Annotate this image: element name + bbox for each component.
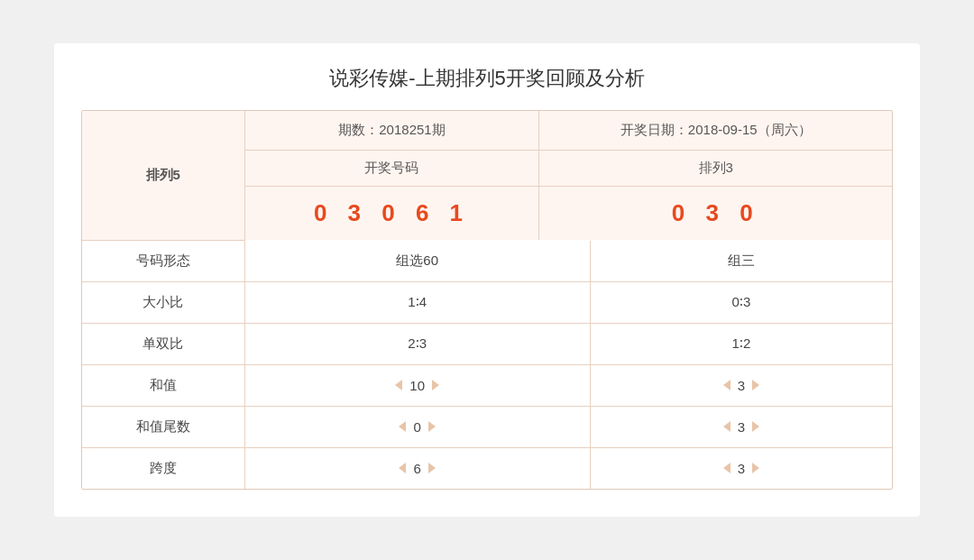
pl5-value: 组选60 — [244, 241, 590, 282]
triangle-right-icon — [428, 421, 436, 432]
row-label: 大小比 — [82, 281, 244, 323]
pl3-value: 3 — [590, 447, 892, 489]
row-label: 单双比 — [82, 323, 244, 364]
pl5-value: 6 — [244, 447, 590, 489]
data-table: 号码形态组选60组三大小比1∶40∶3单双比2∶31∶2和值103和值尾数03跨… — [82, 241, 892, 489]
pl3-value: 组三 — [590, 241, 892, 282]
main-title: 说彩传媒-上期排列5开奖回顾及分析 — [81, 65, 893, 92]
pl5-value: 2∶3 — [244, 323, 590, 364]
pl3-value: 0∶3 — [590, 281, 892, 323]
pl3-numbers: 0 3 0 — [672, 199, 760, 226]
pl5-numbers-cell: 0 3 0 6 1 — [244, 187, 539, 241]
table-row: 单双比2∶31∶2 — [82, 323, 892, 364]
table-row: 和值103 — [82, 364, 892, 406]
pl5-value: 10 — [244, 364, 590, 406]
pl3-numbers-cell: 0 3 0 — [539, 187, 892, 241]
pl5-code-header: 开奖号码 — [244, 151, 539, 187]
triangle-right-icon — [752, 380, 759, 390]
table-row: 和值尾数03 — [82, 406, 892, 447]
pl5-numbers: 0 3 0 6 1 — [314, 199, 470, 226]
date-cell: 开奖日期：2018-09-15（周六） — [539, 111, 892, 151]
main-table: 排列5 期数：2018251期 开奖日期：2018-09-15（周六） 开奖号码… — [82, 111, 892, 241]
triangle-right-icon — [432, 380, 439, 390]
triangle-right-icon — [752, 421, 759, 432]
triangle-left-icon — [723, 463, 730, 473]
triangle-left-icon — [399, 463, 406, 473]
row-label: 和值尾数 — [82, 406, 244, 447]
row-label: 号码形态 — [82, 241, 244, 282]
triangle-left-icon — [399, 421, 406, 432]
table-row: 号码形态组选60组三 — [82, 241, 892, 282]
table-row: 大小比1∶40∶3 — [82, 281, 892, 323]
table-row: 跨度63 — [82, 447, 892, 489]
row-label: 跨度 — [82, 447, 244, 489]
pl3-value: 3 — [590, 406, 892, 447]
pl3-code-header: 排列3 — [539, 151, 892, 187]
pl3-value: 1∶2 — [590, 323, 892, 364]
period-cell: 期数：2018251期 — [244, 111, 539, 151]
pl5-value: 0 — [244, 406, 590, 447]
triangle-left-icon — [723, 380, 730, 390]
table-wrap: 排列5 期数：2018251期 开奖日期：2018-09-15（周六） 开奖号码… — [81, 110, 893, 490]
period-row: 排列5 期数：2018251期 开奖日期：2018-09-15（周六） — [82, 111, 892, 151]
triangle-right-icon — [428, 463, 436, 473]
pl3-value: 3 — [590, 364, 892, 406]
row-label: 和值 — [82, 364, 244, 406]
triangle-right-icon — [752, 463, 759, 473]
triangle-left-icon — [395, 380, 402, 390]
left-title-cell: 排列5 — [82, 111, 244, 240]
pl5-value: 1∶4 — [244, 281, 590, 323]
triangle-left-icon — [723, 421, 730, 432]
card: 说彩传媒-上期排列5开奖回顾及分析 排列5 期数：2018251期 开奖日期：2… — [54, 43, 920, 517]
